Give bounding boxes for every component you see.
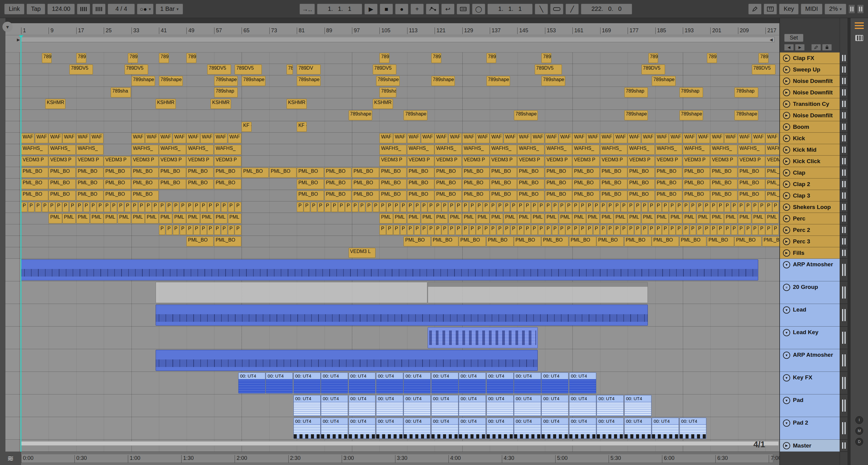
clip[interactable]: 78 xyxy=(286,65,293,74)
track-lane[interactable]: KF -KF - xyxy=(5,121,779,133)
next-marker-button[interactable]: ▶ xyxy=(795,44,805,51)
clip[interactable]: PML xyxy=(572,214,586,223)
clip[interactable]: 789DV5 xyxy=(235,65,262,74)
clip[interactable]: WAF xyxy=(393,133,407,143)
clip[interactable]: 00: UT4 xyxy=(321,372,348,394)
clip[interactable]: 789shape xyxy=(297,76,320,86)
clip[interactable]: 00: UT4 xyxy=(376,395,403,416)
link-button[interactable]: Link xyxy=(4,4,25,14)
midi-map-button[interactable]: MIDI xyxy=(801,4,823,14)
clip[interactable]: P xyxy=(400,202,407,212)
clip[interactable]: PML_BO xyxy=(514,237,541,246)
tap-tempo-button[interactable]: Tap xyxy=(27,4,45,14)
track-header[interactable]: ▶Clap 2 xyxy=(780,179,840,190)
track-lane[interactable]: PPPPPPPPPPPPPPPPPPPPPPPPPPPPPPPPPPPPPPPP… xyxy=(5,202,779,213)
clip[interactable]: PML xyxy=(628,214,641,223)
clip[interactable]: VEDM3 P xyxy=(766,156,779,166)
clip[interactable]: WAF xyxy=(766,133,779,143)
track-lane[interactable] xyxy=(5,327,779,349)
clip[interactable]: PML_BO xyxy=(76,191,103,200)
clip[interactable]: PML_BO xyxy=(569,237,596,246)
clip[interactable]: P xyxy=(538,202,545,212)
clip[interactable]: P xyxy=(510,202,517,212)
clip[interactable]: P xyxy=(766,225,772,235)
clip[interactable]: PML_BO xyxy=(680,237,707,246)
clip[interactable]: VEDM3 P xyxy=(131,156,159,166)
clip[interactable]: P xyxy=(655,202,662,212)
loop-button[interactable] xyxy=(550,4,563,14)
clip[interactable]: PML_BO xyxy=(49,191,76,200)
clip[interactable]: PML_BO xyxy=(324,191,352,200)
clip[interactable]: WAFHS_ xyxy=(683,145,710,155)
clip[interactable]: P xyxy=(166,202,172,212)
clip[interactable]: P xyxy=(628,225,634,235)
clip[interactable]: P xyxy=(469,225,476,235)
clip[interactable]: P xyxy=(428,225,434,235)
clip[interactable]: 789shape xyxy=(242,76,265,86)
track-header[interactable]: ▶Shekers Loop xyxy=(780,202,840,213)
clip[interactable]: 00: UT4 xyxy=(376,372,403,394)
clip[interactable]: WAF xyxy=(462,133,476,143)
track-play-icon[interactable]: ▶ xyxy=(783,100,790,107)
clip[interactable]: PML_BO xyxy=(49,168,76,178)
track-header[interactable]: ▶Perc 3 xyxy=(780,236,840,247)
clip[interactable]: P xyxy=(104,202,110,212)
track-lane[interactable]: PMLPMLPMLPMLPMLPMLPMLPMLPMLPMLPMLPMLPMLP… xyxy=(5,213,779,224)
clip[interactable]: P xyxy=(552,225,558,235)
clip[interactable]: PML xyxy=(490,214,503,223)
clip[interactable]: P xyxy=(690,225,696,235)
clip[interactable]: P xyxy=(676,225,682,235)
clip[interactable]: WAF xyxy=(545,133,558,143)
clip[interactable]: P xyxy=(173,225,179,235)
track-lane[interactable] xyxy=(5,440,779,452)
clip[interactable]: WAF xyxy=(628,133,641,143)
clip[interactable]: PML_BO xyxy=(462,168,490,178)
clip[interactable]: P xyxy=(456,202,462,212)
clip[interactable]: P xyxy=(642,202,648,212)
nudge-up-button[interactable] xyxy=(92,4,105,14)
clip[interactable]: WAFHS_ xyxy=(159,145,186,155)
clip[interactable]: P xyxy=(504,225,510,235)
clip[interactable]: PML_BO xyxy=(297,191,324,200)
clip[interactable]: P xyxy=(152,202,158,212)
clip[interactable]: 789 xyxy=(379,53,390,63)
clip[interactable]: PML xyxy=(517,214,530,223)
clip[interactable]: PML xyxy=(379,214,393,223)
clip[interactable]: P xyxy=(524,202,530,212)
clip[interactable]: 789 xyxy=(159,53,169,63)
clip[interactable]: P xyxy=(111,202,117,212)
clip[interactable] xyxy=(156,305,648,326)
track-header[interactable]: ▶Clap FX xyxy=(780,53,840,64)
clip[interactable]: P xyxy=(414,202,421,212)
clip[interactable]: PML_BO xyxy=(490,168,517,178)
clip[interactable]: PML_BO xyxy=(683,179,710,189)
loop-length-display[interactable]: 222. 0. 0 xyxy=(581,4,632,14)
clip[interactable]: 00: UT4 xyxy=(514,372,541,394)
clip[interactable]: PML_BO xyxy=(76,168,103,178)
clip[interactable]: PML xyxy=(173,214,186,223)
clip[interactable]: P xyxy=(228,225,234,235)
clip[interactable]: PML_BO xyxy=(324,168,352,178)
clip[interactable]: PML xyxy=(76,214,90,223)
clip[interactable]: P xyxy=(42,202,48,212)
clip[interactable]: P xyxy=(565,202,572,212)
metronome-button[interactable]: ○● ▾ xyxy=(137,4,154,14)
clip[interactable]: P xyxy=(131,202,138,212)
clip[interactable] xyxy=(156,282,427,303)
lock-envelopes-button[interactable] xyxy=(822,44,832,51)
clip[interactable]: P xyxy=(586,202,593,212)
clip[interactable]: VEDM3 P xyxy=(104,156,131,166)
clip[interactable]: PML xyxy=(104,214,117,223)
clip[interactable]: P xyxy=(704,225,710,235)
clip[interactable]: WAF xyxy=(21,133,34,143)
fold-track-icon[interactable]: ▼ xyxy=(783,397,790,404)
track-lane[interactable]: PPPPPPPPPPPPPPPPPPPPPPPPPPPPPPPPPPPPPPPP… xyxy=(5,224,779,236)
loop-start-marker-icon[interactable]: ▶ xyxy=(17,37,20,42)
clip[interactable]: P xyxy=(628,202,634,212)
clip[interactable]: PML_BO xyxy=(655,191,683,200)
clip[interactable]: PML_BO xyxy=(628,179,655,189)
clip[interactable]: PML_BO xyxy=(131,191,159,200)
clip[interactable]: PML_BO xyxy=(242,168,269,178)
clip[interactable]: PML xyxy=(145,214,158,223)
clip[interactable]: 00: UT4 xyxy=(680,417,707,439)
